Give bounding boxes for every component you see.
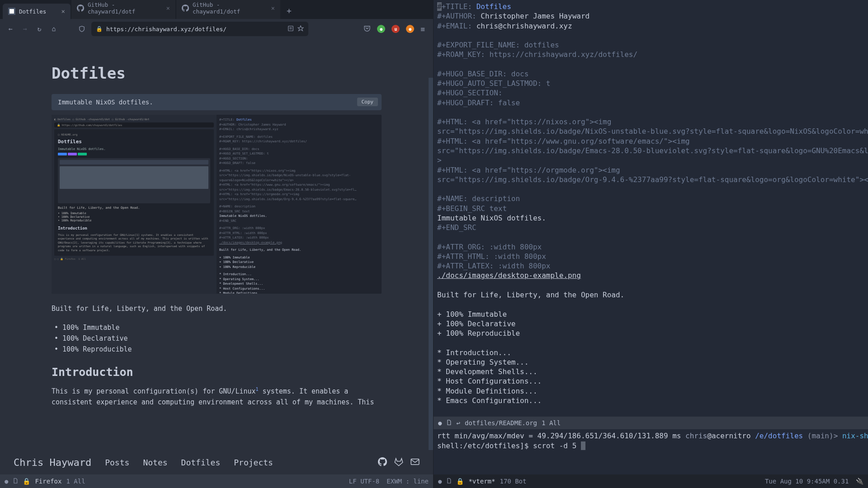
url-text: https://chrishayward.xyz/dotfiles/ xyxy=(106,26,226,33)
menu-button[interactable]: ≡ xyxy=(420,25,425,33)
svg-rect-5 xyxy=(411,459,419,465)
tab-label: GitHub - chayward1/dotf xyxy=(193,1,268,15)
svg-rect-1 xyxy=(9,9,14,14)
home-button[interactable]: ⌂ xyxy=(49,24,59,34)
intro-paragraph: This is my personal configuration(s) for… xyxy=(52,386,382,408)
tagline: Built for Life, Liberty, and the Open Ro… xyxy=(52,304,382,314)
terminal-modeline: ● 🔒 *vterm* 170 Bot Tue Aug 10 9:45AM 0.… xyxy=(434,474,868,488)
reader-icon[interactable] xyxy=(288,25,294,33)
page-content: Dotfiles Immutable NixOS dotfiles. Copy … xyxy=(0,39,433,450)
line-info: 1 All xyxy=(66,478,85,485)
url-bar[interactable]: 🔒 https://chrishayward.xyz/dotfiles/ xyxy=(91,22,308,36)
file-icon xyxy=(446,419,452,427)
browser-tabs: Dotfiles × GitHub - chayward1/dotf × Git… xyxy=(0,0,433,19)
nav-posts[interactable]: Posts xyxy=(105,458,129,467)
circle-icon: ● xyxy=(438,419,442,427)
email-icon[interactable] xyxy=(410,457,420,468)
scrollbar[interactable] xyxy=(429,78,433,450)
codeblock: Immutable NixOS dotfiles. Copy xyxy=(52,94,382,110)
nav-notes[interactable]: Notes xyxy=(143,458,167,467)
codeblock-text: Immutable NixOS dotfiles. xyxy=(58,99,153,106)
tab-label: GitHub - chayward1/dotf xyxy=(88,1,163,15)
buffer-name: Firefox xyxy=(35,478,61,485)
encoding: LF UTF-8 xyxy=(349,478,379,485)
github-icon[interactable] xyxy=(378,457,387,468)
gitlab-icon[interactable] xyxy=(394,457,403,468)
list-item: 100% Declarative xyxy=(52,333,382,344)
nav-projects[interactable]: Projects xyxy=(234,458,273,467)
mode: EXWM : line xyxy=(387,478,429,485)
buffer-name: *vterm* xyxy=(468,478,495,485)
file-icon xyxy=(446,478,452,485)
back-arrow-icon: ↩ xyxy=(456,419,460,427)
reload-button[interactable]: ↻ xyxy=(34,24,44,34)
browser-toolbar: ← → ↻ ⌂ 🔒 https://chrishayward.xyz/dotfi… xyxy=(0,19,433,39)
position: 170 Bot xyxy=(500,478,526,485)
svg-rect-2 xyxy=(288,26,293,31)
position: 1 All xyxy=(542,419,561,427)
pocket-icon[interactable] xyxy=(363,25,371,33)
tab-github-2[interactable]: GitHub - chayward1/dotf × xyxy=(176,0,280,19)
screenshot-image: ◧ Dotfiles○ Github -chayward1/dot○ Githu… xyxy=(52,115,382,294)
lock-icon: 🔒 xyxy=(456,478,464,485)
editor[interactable]: #+TITLE: Dotfiles #+AUTHOR: Christopher … xyxy=(434,0,868,417)
extension-ublock-icon[interactable]: u xyxy=(392,25,400,33)
toolbar-icons: ● u ● ≡ xyxy=(363,25,425,33)
terminal[interactable]: rtt min/avg/max/mdev = 49.294/186.651/36… xyxy=(434,429,868,474)
list-item: 100% Immutable xyxy=(52,322,382,333)
site-nav: Chris Hayward Posts Notes Dotfiles Proje… xyxy=(0,450,433,474)
battery-icon: 🔌 xyxy=(856,478,863,485)
close-icon[interactable]: × xyxy=(271,5,275,12)
github-icon xyxy=(77,5,84,12)
forward-button[interactable]: → xyxy=(20,24,30,34)
site-brand[interactable]: Chris Hayward xyxy=(14,457,91,468)
file-icon xyxy=(13,478,18,485)
circle-icon: ● xyxy=(438,478,442,485)
bullet-list: 100% Immutable 100% Declarative 100% Rep… xyxy=(52,322,382,355)
buffer-file: dotfiles/README.org xyxy=(465,419,537,427)
tab-github-1[interactable]: GitHub - chayward1/dotf × xyxy=(71,0,175,19)
close-icon[interactable]: × xyxy=(166,5,170,12)
tab-label: Dotfiles xyxy=(19,8,46,15)
back-button[interactable]: ← xyxy=(5,24,15,34)
bookmark-icon[interactable] xyxy=(297,25,304,33)
lock-icon: 🔒 xyxy=(96,26,103,32)
circle-icon: ● xyxy=(5,478,8,485)
list-item: 100% Reproducible xyxy=(52,344,382,355)
close-icon[interactable]: × xyxy=(61,8,65,15)
copy-button[interactable]: Copy xyxy=(357,98,378,106)
shield-icon[interactable] xyxy=(77,24,87,34)
extension-green-icon[interactable]: ● xyxy=(377,25,385,33)
lock-icon: 🔒 xyxy=(23,478,30,485)
page-title: Dotfiles xyxy=(52,64,382,82)
favicon-icon xyxy=(8,8,15,15)
nav-dotfiles[interactable]: Dotfiles xyxy=(181,458,221,467)
section-heading: Introduction xyxy=(52,366,382,379)
timestamp: Tue Aug 10 9:45AM 0.31 xyxy=(765,478,849,485)
new-tab-button[interactable]: + xyxy=(281,2,297,19)
tab-dotfiles[interactable]: Dotfiles × xyxy=(3,4,71,19)
left-modeline: ● 🔒 Firefox 1 All LF UTF-8 EXWM : line xyxy=(0,474,433,488)
editor-modeline: ● ↩ dotfiles/README.org 1 All LF UTF-8 O… xyxy=(434,417,868,429)
extension-orange-icon[interactable]: ● xyxy=(406,25,414,33)
github-icon xyxy=(182,5,189,12)
